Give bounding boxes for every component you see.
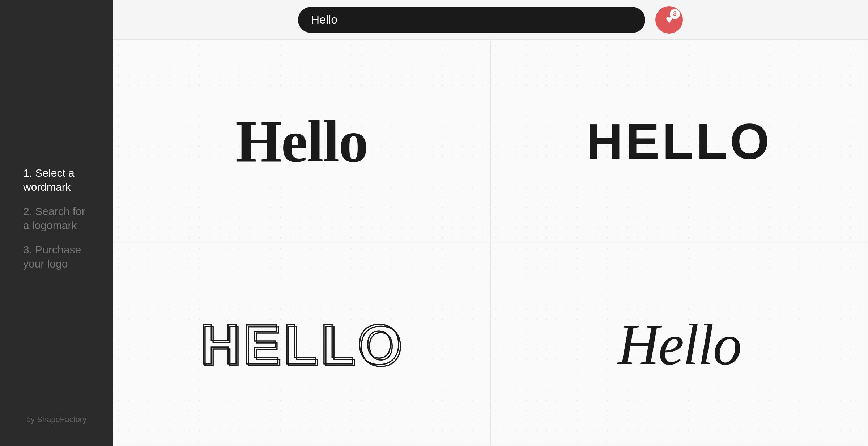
favorites-button[interactable]: ♥ 3 [655, 6, 683, 34]
step-1[interactable]: 1. Select a wordmark [23, 166, 90, 194]
step-2-label: 2. Search for a logomark [23, 205, 85, 231]
favorites-count: 3 [670, 9, 680, 19]
main-content: Hello ♥ 3 Hello HELLO HELLO Hello [113, 0, 868, 446]
logo-2-text: HELLO [586, 116, 772, 167]
logo-3-text: HELLO [199, 316, 404, 373]
step-2[interactable]: 2. Search for a logomark [23, 204, 90, 232]
step-3-label: 3. Purchase your logo [23, 244, 81, 270]
logo-4-text: Hello [618, 316, 741, 374]
sidebar: 1. Select a wordmark 2. Search for a log… [0, 0, 113, 446]
logo-cell-3[interactable]: HELLO [113, 243, 490, 446]
logo-grid: Hello HELLO HELLO Hello [113, 40, 868, 446]
header: Hello ♥ 3 [113, 0, 868, 40]
steps-list: 1. Select a wordmark 2. Search for a log… [23, 166, 90, 271]
search-bar[interactable]: Hello [298, 7, 645, 33]
footer-text: by ShapeFactory [26, 415, 86, 424]
logo-cell-1[interactable]: Hello [113, 40, 490, 243]
step-1-label: 1. Select a wordmark [23, 167, 75, 193]
logo-cell-2[interactable]: HELLO [490, 40, 868, 243]
step-3[interactable]: 3. Purchase your logo [23, 243, 90, 271]
search-value: Hello [311, 13, 632, 26]
logo-1-text: Hello [235, 112, 368, 171]
logo-cell-4[interactable]: Hello [490, 243, 868, 446]
sidebar-footer: by ShapeFactory [23, 415, 90, 424]
